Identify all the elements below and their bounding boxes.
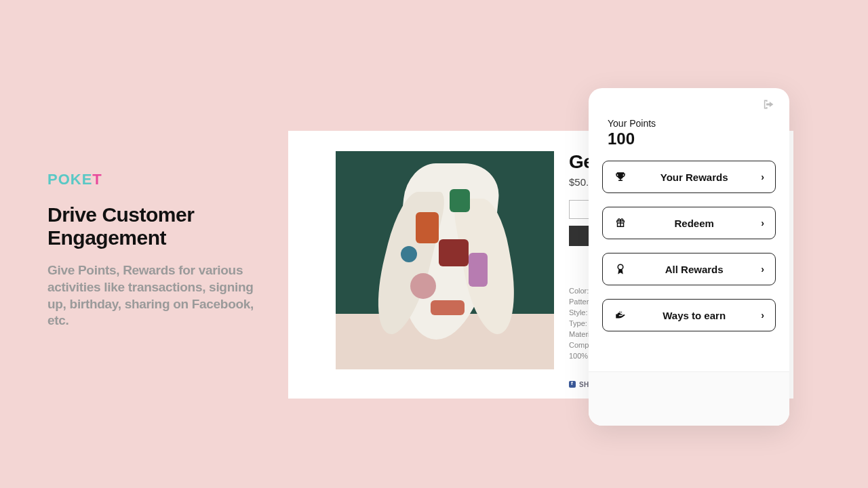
redeem-label: Redeem: [627, 218, 761, 229]
all-rewards-label: All Rewards: [627, 264, 761, 275]
headline: Drive Customer Engagement: [47, 203, 258, 249]
rewards-panel: Your Points 100 Your Rewards › Redeem › …: [589, 88, 789, 426]
chevron-right-icon: ›: [761, 171, 764, 182]
redeem-button[interactable]: Redeem ›: [602, 207, 776, 239]
chevron-right-icon: ›: [761, 218, 764, 228]
exit-icon[interactable]: [762, 99, 776, 110]
trophy-icon: [614, 170, 627, 184]
all-rewards-button[interactable]: All Rewards ›: [602, 253, 776, 285]
product-image: [336, 151, 554, 369]
points-label: Your Points: [602, 118, 776, 129]
your-rewards-label: Your Rewards: [627, 171, 761, 183]
ribbon-icon: [614, 262, 627, 276]
ways-to-earn-label: Ways to earn: [627, 310, 761, 321]
your-rewards-button[interactable]: Your Rewards ›: [602, 161, 776, 193]
hand-coin-icon: [614, 308, 627, 322]
ways-to-earn-button[interactable]: Ways to earn ›: [602, 299, 776, 331]
chevron-right-icon: ›: [761, 264, 764, 274]
points-value: 100: [602, 129, 776, 148]
logo-text-a: POKE: [47, 171, 92, 188]
gift-icon: [614, 216, 627, 230]
rewards-panel-footer: [589, 371, 789, 426]
facebook-icon: [569, 381, 576, 388]
logo-text-b: T: [92, 171, 102, 188]
hero-text-block: POKET Drive Customer Engagement Give Poi…: [47, 171, 258, 329]
subtext: Give Points, Rewards for various activit…: [47, 262, 258, 329]
chevron-right-icon: ›: [761, 310, 764, 321]
logo: POKET: [47, 171, 258, 188]
